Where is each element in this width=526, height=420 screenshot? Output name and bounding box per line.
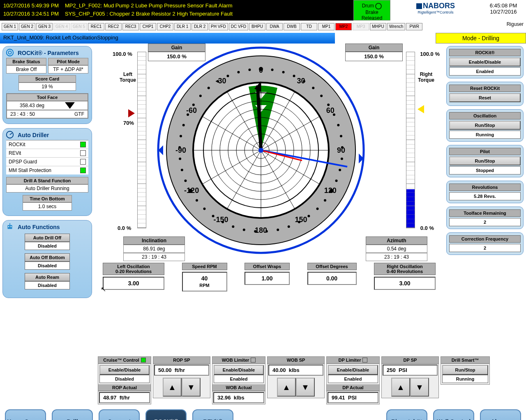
- dp-down-button[interactable]: ▼: [410, 378, 429, 397]
- tab-gen4[interactable]: GEN 4: [53, 23, 70, 30]
- drill-smart-header: Drill Smart™: [441, 357, 489, 364]
- offset-wraps-value[interactable]: 1.00: [245, 272, 290, 285]
- inclination-time: 23 : 19 : 43: [123, 253, 185, 261]
- tab-mp1[interactable]: MP1: [318, 23, 335, 30]
- tab-gen3[interactable]: GEN 3: [36, 23, 53, 30]
- toolface-dial: 0306090120150180-150-120-90-60-30: [154, 44, 368, 257]
- tab-dlr2[interactable]: DLR 2: [191, 23, 208, 30]
- nav-home-screen[interactable]: Home Screen: [5, 409, 46, 420]
- left-osc-value[interactable]: 3.00: [103, 277, 164, 290]
- dp-sp-value[interactable]: 250: [387, 367, 396, 373]
- azimuth-header: Azimuth: [366, 236, 427, 245]
- auto-ream-button[interactable]: Auto Ream: [25, 273, 70, 281]
- wob-up-button[interactable]: ▲: [277, 378, 296, 397]
- svg-point-44: [335, 179, 338, 182]
- clock-date: 10/27/2016: [481, 9, 526, 15]
- rockit-enable-value: Enabled: [449, 67, 521, 76]
- tab-dwb[interactable]: DWB: [284, 23, 300, 30]
- tab-gen1[interactable]: GEN 1: [2, 23, 18, 30]
- svg-text:-90: -90: [175, 146, 186, 154]
- right-osc-value[interactable]: 3.00: [374, 277, 436, 290]
- nav-well-control[interactable]: Well Control: [433, 409, 474, 420]
- auto-off-bottom-button[interactable]: Auto Off Bottom: [25, 253, 70, 262]
- tab-rec2[interactable]: REC2: [105, 23, 122, 30]
- tab-dcvfd[interactable]: DC VFD: [229, 23, 248, 30]
- tab-gen2[interactable]: GEN 2: [19, 23, 35, 30]
- cruise-value: Disabled: [99, 375, 150, 383]
- nav-alarms[interactable]: Alarms: [480, 409, 521, 420]
- left-0pct: 0.0 %: [118, 225, 131, 231]
- tab-rec3[interactable]: REC3: [122, 23, 139, 30]
- tab-dlr1[interactable]: DLR 1: [174, 23, 191, 30]
- tab-td[interactable]: TD: [301, 23, 317, 30]
- tab-pwr[interactable]: PWR: [406, 23, 422, 30]
- robot-icon: [5, 222, 14, 231]
- speed-rpm-value[interactable]: 40: [201, 275, 208, 282]
- ad-row-dpsp-guard[interactable]: DPSP Guard: [6, 157, 88, 166]
- clock-time: 6:45:08 PM: [481, 2, 526, 9]
- nav-rockit-[interactable]: ROCKit®: [145, 409, 187, 420]
- rop-down-button[interactable]: ▼: [182, 378, 201, 397]
- svg-point-39: [337, 124, 339, 126]
- reset-rockit-button[interactable]: Reset: [449, 93, 521, 102]
- pilot-header: Pilot: [449, 148, 521, 155]
- wob-sp-value[interactable]: 40.00: [272, 367, 286, 373]
- right-osc-h1: Right Oscillation: [387, 264, 422, 269]
- ad-row-mm-stall-protection[interactable]: MM Stall Protection: [6, 166, 88, 174]
- dp-sp-unit: PSI: [399, 367, 407, 373]
- dp-up-button[interactable]: ▲: [391, 378, 410, 397]
- svg-point-48: [307, 215, 310, 217]
- tab-chp2[interactable]: CHP2: [157, 23, 173, 30]
- brake-indicator-icon: [375, 3, 382, 9]
- wob-down-button[interactable]: ▼: [296, 378, 315, 397]
- oscillation-button[interactable]: Run/Stop: [449, 121, 521, 130]
- status-box-icon: [80, 150, 86, 156]
- svg-point-55: [232, 225, 234, 228]
- dp-limiter-button[interactable]: Enable/Disable: [328, 365, 378, 375]
- tab-mp2[interactable]: MP2: [335, 23, 352, 30]
- tab-mhpu[interactable]: MHPU: [370, 23, 386, 30]
- ad-label: DPSP Guard: [9, 159, 37, 165]
- left-100pct: 100.0 %: [113, 51, 132, 57]
- wob-limiter-indicator-icon: [251, 358, 256, 363]
- tab-phvfd[interactable]: PH VFD: [209, 23, 228, 30]
- auto-drill-off-button[interactable]: Auto Drill Off: [25, 234, 70, 242]
- wob-limiter-button[interactable]: Enable/Disable: [214, 365, 264, 375]
- nav-connect[interactable]: Connect: [99, 409, 140, 420]
- tab-chp1[interactable]: CHP1: [140, 23, 156, 30]
- rop-actual-value: 48.97: [103, 395, 117, 401]
- alarm-msg-1: SYS_CHP_F005 : Chopper 2 Brake Resistor …: [65, 11, 233, 17]
- drill-smart-button[interactable]: Run/Stop: [442, 365, 488, 375]
- nav-drill[interactable]: Drill: [52, 409, 93, 420]
- tab-gen5[interactable]: GEN 5: [71, 23, 87, 30]
- tab-wrench[interactable]: Wrench: [387, 23, 405, 30]
- wob-actual-unit: klbs: [234, 395, 245, 401]
- wob-actual-header: WOB Actual: [212, 384, 265, 391]
- svg-point-31: [271, 69, 274, 71]
- rop-up-button[interactable]: ▲: [163, 378, 182, 397]
- nav-revit-[interactable]: REVit®: [192, 409, 233, 420]
- rop-sp-unit: ft/hr: [175, 367, 185, 373]
- drum-brake-l3: Released: [362, 15, 383, 21]
- ad-row-rockit[interactable]: ROCKit: [6, 140, 88, 149]
- nav-rigwatch-[interactable]: Rigwatch™: [386, 409, 427, 420]
- tab-rec1[interactable]: REC1: [88, 23, 104, 30]
- auto-driller-panel: Auto Driller ROCKitREVitDPSP GuardMM Sta…: [2, 128, 92, 216]
- ad-row-revit[interactable]: REVit: [6, 149, 88, 157]
- pilot-button[interactable]: Run/Stop: [449, 156, 521, 165]
- cruise-button[interactable]: Enable/Disable: [99, 365, 150, 375]
- svg-point-54: [243, 229, 245, 231]
- right-torque-bar: [406, 52, 415, 228]
- svg-point-70: [208, 87, 210, 89]
- tab-bhpu[interactable]: BHPU: [249, 23, 265, 30]
- drum-brake-status[interactable]: Drum Brake Released: [353, 0, 390, 21]
- svg-point-66: [182, 124, 185, 126]
- cruise-indicator-icon: [141, 358, 146, 363]
- tab-mp3[interactable]: MP3: [353, 23, 369, 30]
- right-torque-label: Right Torque: [416, 71, 436, 83]
- tab-dwa[interactable]: DWA: [266, 23, 283, 30]
- offset-degrees-value[interactable]: 0.00: [307, 272, 357, 285]
- rop-sp-value[interactable]: 50.00: [158, 367, 172, 373]
- rop-sp-header: ROP SP: [153, 357, 210, 364]
- rockit-enable-button[interactable]: Enable/Disable: [449, 57, 521, 67]
